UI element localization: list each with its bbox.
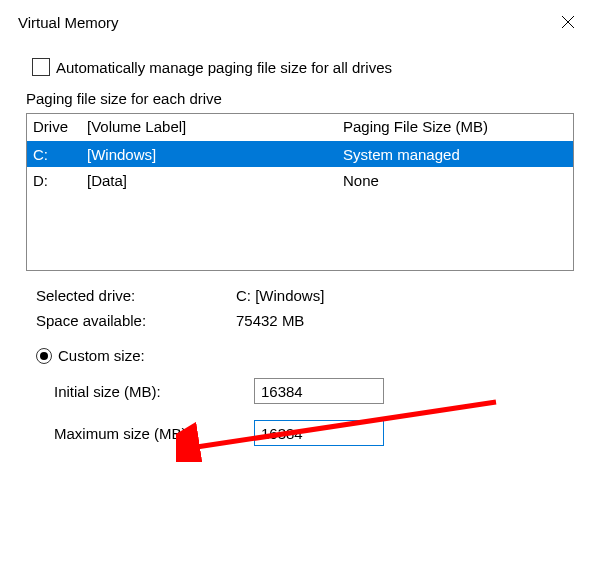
drive-rows: C: [Windows] System managed D: [Data] No… <box>27 141 573 193</box>
drive-row-d[interactable]: D: [Data] None <box>27 167 573 193</box>
drive-table-header: Drive [Volume Label] Paging File Size (M… <box>27 114 573 141</box>
window-title: Virtual Memory <box>18 14 119 31</box>
auto-manage-checkbox[interactable] <box>32 58 50 76</box>
maximum-size-row: Maximum size (MB): <box>26 420 574 446</box>
section-label: Paging file size for each drive <box>26 90 574 107</box>
space-available-value: 75432 MB <box>236 312 574 329</box>
drive-letter: D: <box>33 172 87 189</box>
selected-drive-label: Selected drive: <box>36 287 236 304</box>
radio-dot-icon <box>40 352 48 360</box>
custom-size-radio-row[interactable]: Custom size: <box>26 347 574 364</box>
maximum-size-label: Maximum size (MB): <box>54 425 254 442</box>
drive-row-c[interactable]: C: [Windows] System managed <box>27 141 573 167</box>
initial-size-row: Initial size (MB): <box>26 378 574 404</box>
custom-size-radio[interactable] <box>36 348 52 364</box>
header-drive: Drive <box>33 118 87 135</box>
drive-label: [Data] <box>87 172 343 189</box>
space-available-label: Space available: <box>36 312 236 329</box>
header-volume: [Volume Label] <box>87 118 343 135</box>
drive-size: None <box>343 172 573 189</box>
drive-label: [Windows] <box>87 146 343 163</box>
initial-size-label: Initial size (MB): <box>54 383 254 400</box>
drive-size: System managed <box>343 146 573 163</box>
dialog-content: Automatically manage paging file size fo… <box>0 40 600 446</box>
drive-table: Drive [Volume Label] Paging File Size (M… <box>26 113 574 271</box>
auto-manage-label: Automatically manage paging file size fo… <box>56 59 392 76</box>
drive-letter: C: <box>33 146 87 163</box>
drive-info: Selected drive: C: [Windows] Space avail… <box>26 287 574 329</box>
titlebar: Virtual Memory <box>0 0 600 40</box>
custom-size-label: Custom size: <box>58 347 145 364</box>
maximum-size-input[interactable] <box>254 420 384 446</box>
close-icon <box>562 16 574 28</box>
initial-size-input[interactable] <box>254 378 384 404</box>
auto-manage-checkbox-row[interactable]: Automatically manage paging file size fo… <box>26 58 574 76</box>
close-button[interactable] <box>548 7 588 37</box>
selected-drive-value: C: [Windows] <box>236 287 574 304</box>
header-size: Paging File Size (MB) <box>343 118 573 135</box>
